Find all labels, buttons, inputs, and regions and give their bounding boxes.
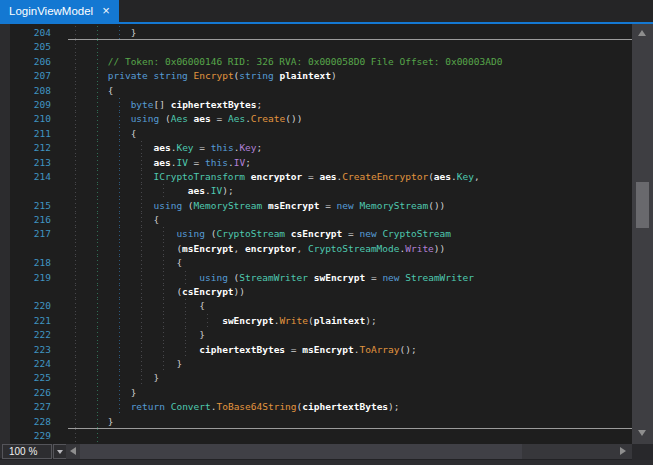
code-line[interactable]: } bbox=[62, 386, 632, 400]
code-token: ()) bbox=[428, 200, 445, 211]
code-line[interactable]: } bbox=[62, 415, 632, 429]
line-number: 206 bbox=[10, 55, 62, 69]
code-line[interactable]: } bbox=[62, 328, 632, 342]
code-editor[interactable]: 2042052062072082092102112122132142152162… bbox=[0, 24, 632, 444]
line-number: 219 bbox=[10, 271, 62, 285]
vertical-scrollbar-thumb[interactable] bbox=[636, 182, 649, 228]
line-number: 213 bbox=[10, 156, 62, 170]
code-line[interactable]: private string Encrypt(string plaintext) bbox=[62, 69, 632, 83]
code-token bbox=[62, 70, 108, 81]
code-token: aes bbox=[319, 171, 336, 182]
code-token: { bbox=[62, 214, 159, 225]
code-token: = bbox=[188, 157, 205, 168]
editor-bottom-bar: 100 % bbox=[0, 444, 653, 460]
code-line[interactable]: // Token: 0x06000146 RID: 326 RVA: 0x000… bbox=[62, 55, 632, 69]
code-line[interactable]: swEncrypt.Write(plaintext); bbox=[62, 314, 632, 328]
scroll-left-icon[interactable] bbox=[70, 447, 76, 455]
code-line[interactable]: (msEncrypt, encryptor, CryptoStreamMode.… bbox=[62, 242, 632, 256]
code-line[interactable] bbox=[62, 40, 632, 54]
code-line[interactable]: { bbox=[62, 84, 632, 98]
line-number bbox=[10, 242, 62, 256]
code-line[interactable]: aes.Key = this.Key; bbox=[62, 141, 632, 155]
code-line[interactable]: { bbox=[62, 299, 632, 313]
code-token: Aes bbox=[171, 113, 188, 124]
code-token: ( bbox=[182, 200, 193, 211]
code-line[interactable]: (csEncrypt)) bbox=[62, 285, 632, 299]
scroll-down-icon[interactable] bbox=[638, 430, 646, 436]
code-token: IV bbox=[234, 157, 245, 168]
code-token bbox=[62, 99, 131, 110]
code-token: { bbox=[62, 128, 136, 139]
code-token: ); bbox=[222, 185, 233, 196]
scroll-up-icon[interactable] bbox=[638, 30, 646, 36]
code-line[interactable] bbox=[62, 429, 632, 443]
scroll-right-icon[interactable] bbox=[620, 447, 626, 455]
code-line[interactable]: using (CryptoStream csEncrypt = new Cryp… bbox=[62, 227, 632, 241]
tab-loginviewmodel[interactable]: LoginViewModel × bbox=[0, 0, 119, 22]
code-line[interactable]: aes.IV = this.IV; bbox=[62, 156, 632, 170]
code-token: , bbox=[297, 243, 308, 254]
line-number: 226 bbox=[10, 386, 62, 400]
code-line[interactable]: aes.IV); bbox=[62, 184, 632, 198]
tab-strip: LoginViewModel × bbox=[0, 0, 653, 22]
tab-close-icon[interactable]: × bbox=[102, 6, 110, 16]
code-token: aes bbox=[194, 113, 211, 124]
code-token: swEncrypt bbox=[222, 315, 273, 326]
code-token: = bbox=[319, 200, 336, 211]
line-number: 218 bbox=[10, 256, 62, 270]
code-token: { bbox=[62, 300, 205, 311]
code-line[interactable]: byte[] ciphertextBytes; bbox=[62, 98, 632, 112]
decompiler-window: LoginViewModel × 20420520620720820921021… bbox=[0, 0, 653, 465]
code-line[interactable]: ICryptoTransform encryptor = aes.CreateE… bbox=[62, 170, 632, 184]
code-token: = bbox=[302, 171, 319, 182]
code-token: csEncrypt bbox=[291, 228, 342, 239]
code-line[interactable]: } bbox=[62, 26, 632, 40]
vertical-scrollbar[interactable] bbox=[632, 24, 653, 444]
line-number: 208 bbox=[10, 84, 62, 98]
code-token: [] bbox=[154, 99, 171, 110]
code-token: aes bbox=[188, 185, 205, 196]
code-line[interactable]: } bbox=[62, 371, 632, 385]
code-token: ; bbox=[257, 142, 263, 153]
code-token: aes bbox=[154, 157, 171, 168]
code-line[interactable]: { bbox=[62, 127, 632, 141]
code-token: { bbox=[62, 85, 113, 96]
line-number: 227 bbox=[10, 400, 62, 414]
code-token: } bbox=[62, 27, 136, 38]
zoom-level-combobox[interactable]: 100 % bbox=[2, 444, 52, 459]
code-line[interactable]: using (Aes aes = Aes.Create()) bbox=[62, 112, 632, 126]
code-lines[interactable]: } // Token: 0x06000146 RID: 326 RVA: 0x0… bbox=[62, 26, 632, 443]
code-line[interactable]: return Convert.ToBase64String(ciphertext… bbox=[62, 400, 632, 414]
code-token: new bbox=[359, 228, 376, 239]
glyph-margin bbox=[0, 24, 10, 444]
line-number: 212 bbox=[10, 141, 62, 155]
code-token: plaintext bbox=[314, 315, 365, 326]
code-line[interactable]: { bbox=[62, 213, 632, 227]
line-number bbox=[10, 285, 62, 299]
line-number: 211 bbox=[10, 127, 62, 141]
code-token bbox=[62, 171, 154, 182]
code-token bbox=[62, 113, 131, 124]
code-token: IV bbox=[211, 185, 222, 196]
code-token: private string bbox=[108, 70, 194, 81]
code-token: Convert bbox=[171, 401, 211, 412]
horizontal-scrollbar[interactable] bbox=[66, 444, 632, 459]
code-line[interactable]: using (StreamWriter swEncrypt = new Stre… bbox=[62, 271, 632, 285]
code-token: encryptor bbox=[251, 171, 302, 182]
code-token: (); bbox=[400, 344, 417, 355]
line-number: 215 bbox=[10, 199, 62, 213]
code-token: new bbox=[382, 272, 399, 283]
code-token: , bbox=[234, 243, 245, 254]
code-line[interactable]: { bbox=[62, 256, 632, 270]
code-token: Encrypt bbox=[194, 70, 234, 81]
zoom-dropdown-button[interactable] bbox=[53, 444, 67, 459]
code-token: = bbox=[285, 344, 302, 355]
code-token: ciphertextBytes bbox=[199, 344, 285, 355]
code-line[interactable]: ciphertextBytes = msEncrypt.ToArray(); bbox=[62, 343, 632, 357]
code-token: ICryptoTransform bbox=[154, 171, 246, 182]
code-line[interactable]: } bbox=[62, 357, 632, 371]
line-number: 223 bbox=[10, 343, 62, 357]
code-line[interactable]: using (MemoryStream msEncrypt = new Memo… bbox=[62, 199, 632, 213]
horizontal-scrollbar-thumb[interactable] bbox=[80, 444, 522, 459]
code-token: ()) bbox=[285, 113, 302, 124]
